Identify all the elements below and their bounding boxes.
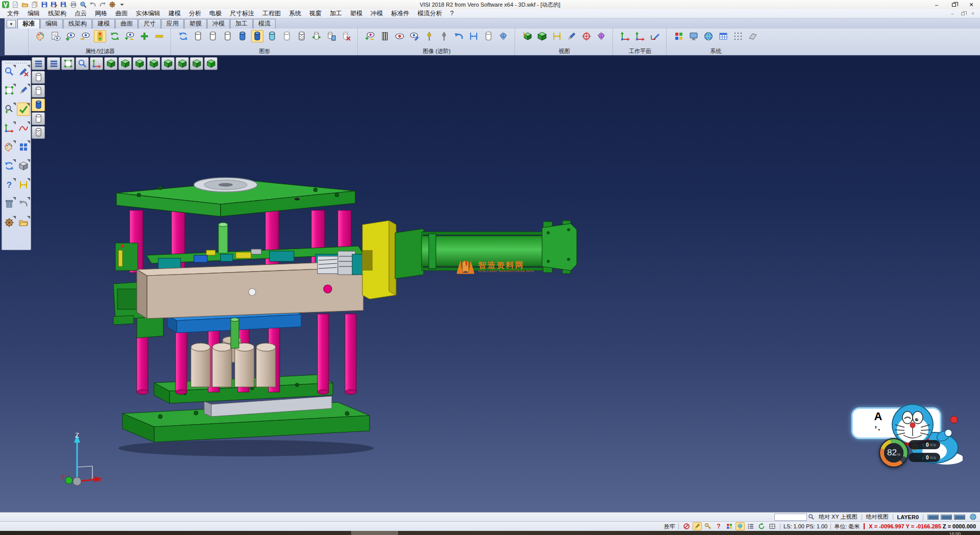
- menu-item-15[interactable]: 塑模: [346, 9, 366, 18]
- show-entities[interactable]: [64, 30, 77, 42]
- rotate-status[interactable]: [757, 522, 766, 530]
- menu-item-6[interactable]: 实体编辑: [132, 9, 164, 18]
- menu-item-7[interactable]: 建模: [164, 9, 185, 18]
- undo-action[interactable]: [17, 197, 30, 210]
- menu-item-4[interactable]: 网格: [91, 9, 111, 18]
- toolbar-tab-10[interactable]: 模流: [253, 19, 276, 29]
- toolbar-tab-8[interactable]: 冲模: [207, 19, 230, 29]
- menu-item-9[interactable]: 电极: [205, 9, 226, 18]
- close-button[interactable]: ×: [963, 1, 980, 9]
- search-icon[interactable]: [808, 514, 815, 520]
- pin-remove[interactable]: [438, 30, 450, 42]
- snap-grid[interactable]: [732, 30, 744, 42]
- print-preview[interactable]: [79, 1, 87, 9]
- menu-item-2[interactable]: 线架构: [44, 9, 70, 18]
- display-settings[interactable]: [688, 30, 700, 42]
- menu-item-3[interactable]: 点云: [70, 9, 91, 18]
- open-file[interactable]: [21, 1, 29, 9]
- active-layer-label[interactable]: LAYER0: [897, 514, 919, 520]
- menu-item-1[interactable]: 编辑: [23, 9, 44, 18]
- delete-trash[interactable]: [3, 197, 16, 210]
- color-swatch-1[interactable]: [941, 515, 952, 520]
- color-swatch-2[interactable]: [954, 515, 965, 520]
- menu-item-18[interactable]: 模流分析: [413, 9, 446, 18]
- shade-cube[interactable]: [17, 159, 30, 173]
- menu-item-5[interactable]: 曲面: [111, 9, 132, 18]
- redo[interactable]: [99, 1, 107, 9]
- net-upload-widget[interactable]: ↑ 0 K/s: [909, 440, 940, 449]
- new-file[interactable]: [11, 1, 19, 9]
- menu-item-14[interactable]: 加工: [326, 9, 346, 18]
- plane-display[interactable]: [747, 30, 759, 42]
- menu-item-10[interactable]: 尺寸标注: [226, 9, 258, 18]
- workplane-align[interactable]: [634, 30, 646, 42]
- workplane-edit[interactable]: [649, 30, 661, 42]
- menu-item-17[interactable]: 标准件: [387, 9, 413, 18]
- app-logo[interactable]: [2, 1, 10, 9]
- hide-entities[interactable]: [79, 30, 91, 42]
- flat-view[interactable]: [281, 30, 293, 42]
- measure-distance[interactable]: [17, 178, 30, 191]
- wireframe-view[interactable]: [192, 30, 204, 42]
- grid-status[interactable]: [768, 522, 777, 530]
- menu-item-12[interactable]: 系统: [285, 9, 305, 18]
- view-snapshot[interactable]: [536, 30, 548, 42]
- zoom-in-out[interactable]: [3, 103, 16, 116]
- toolbar-tab-1[interactable]: 编辑: [40, 19, 63, 29]
- world-globe-icon[interactable]: [969, 513, 977, 521]
- highlight-view[interactable]: [394, 30, 406, 42]
- dynamic-rotate[interactable]: [3, 121, 16, 135]
- zoom-extents[interactable]: [3, 84, 16, 97]
- undo[interactable]: [89, 1, 97, 9]
- section-cylinder[interactable]: [482, 30, 495, 42]
- restore-button[interactable]: [945, 1, 963, 9]
- save-file[interactable]: [40, 1, 48, 9]
- lock-label[interactable]: 拴牢: [664, 523, 675, 530]
- viewport-area[interactable]: Z X Y 智造资料网 INTELLIGENT MANUFACTURING DA…: [0, 56, 980, 512]
- view-gem[interactable]: [595, 30, 607, 42]
- key-lock[interactable]: [703, 522, 713, 530]
- clamp-tool[interactable]: [468, 30, 480, 42]
- layer-manager[interactable]: [3, 140, 16, 154]
- dashed-hidden-view[interactable]: [222, 30, 234, 42]
- zebra-stripes[interactable]: [379, 30, 391, 42]
- save-as[interactable]: [50, 1, 58, 9]
- save-all[interactable]: [60, 1, 68, 9]
- no-snap[interactable]: [682, 522, 691, 530]
- toolbar-tab-3[interactable]: 建模: [92, 19, 115, 29]
- toolbar-tab-7[interactable]: 塑膜: [184, 19, 207, 29]
- filter-traffic-light[interactable]: [94, 30, 106, 42]
- toolbar-tab-0[interactable]: 标准: [17, 19, 40, 29]
- shade-document[interactable]: [325, 30, 337, 42]
- gem-status[interactable]: [736, 522, 745, 530]
- confirm-check[interactable]: [17, 103, 30, 116]
- zoom-window[interactable]: [3, 65, 16, 78]
- toolbar-tab-2[interactable]: 线架构: [63, 19, 92, 29]
- color-settings[interactable]: [673, 30, 685, 42]
- status-help[interactable]: [714, 522, 723, 530]
- absolute-view-label[interactable]: 绝对视图: [866, 513, 889, 521]
- regenerate[interactable]: [109, 30, 121, 42]
- modify-attributes[interactable]: [35, 30, 47, 42]
- sketch-curve[interactable]: [17, 121, 30, 135]
- ime-punctuation[interactable]: ’·: [875, 425, 882, 434]
- table-settings[interactable]: [717, 30, 729, 42]
- mdi-minimize-button[interactable]: –: [948, 11, 957, 16]
- shaded-edges-view[interactable]: [251, 30, 263, 42]
- filter-remove[interactable]: [153, 30, 165, 42]
- help[interactable]: [3, 178, 16, 191]
- security-tool[interactable]: [108, 1, 116, 9]
- ime-mode-letter[interactable]: A: [874, 411, 883, 422]
- view-measure[interactable]: [551, 30, 563, 42]
- mdi-restore-button[interactable]: [959, 11, 967, 16]
- dynamic-shade[interactable]: [310, 30, 323, 42]
- hidden-line-view[interactable]: [207, 30, 219, 42]
- export-folder[interactable]: [17, 216, 30, 229]
- menu-item-8[interactable]: 分析: [185, 9, 205, 18]
- toolbar-tab-4[interactable]: 曲面: [115, 19, 138, 29]
- shade-erase[interactable]: [340, 30, 352, 42]
- qat-dropdown[interactable]: [118, 1, 126, 9]
- mdi-close-button[interactable]: ×: [969, 11, 977, 16]
- arrow-tool[interactable]: [453, 30, 465, 42]
- refresh-graphics[interactable]: [177, 30, 189, 42]
